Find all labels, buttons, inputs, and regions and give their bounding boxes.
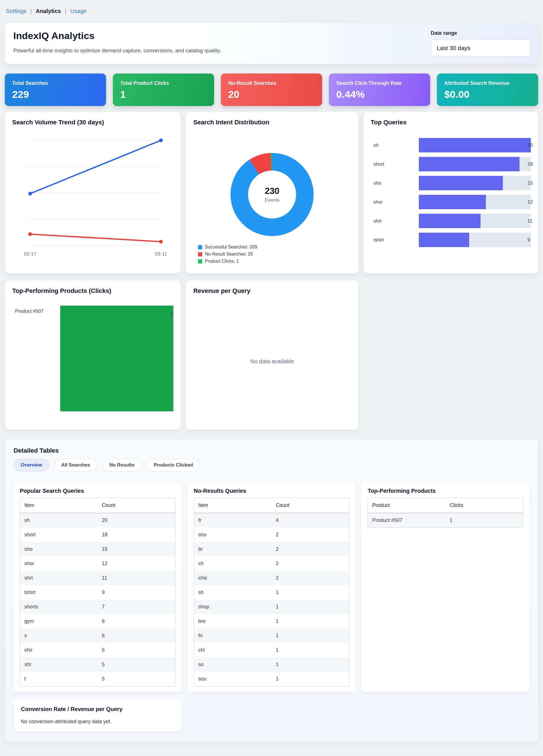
page-header: IndexIQ Analytics Powerful all-time insi…	[5, 23, 538, 64]
detailed-tables-section: Detailed Tables OverviewAll SearchesNo R…	[5, 439, 538, 742]
charts-row-1: Search Volume Trend (30 days) 02-1703-11…	[5, 112, 538, 273]
table-header: ItemCount	[20, 498, 175, 513]
table-cell: t	[20, 672, 98, 686]
table-cell: br	[194, 542, 272, 556]
bar-value-label: 9	[527, 237, 530, 243]
header-text: IndexIQ Analytics Powerful all-time insi…	[13, 30, 221, 54]
page-subtitle: Powerful all-time insights to optimize d…	[13, 47, 221, 54]
column-header: Clicks	[445, 498, 523, 513]
card-search-volume-trend: Search Volume Trend (30 days) 02-1703-11	[5, 112, 181, 273]
table-row: shop1	[194, 600, 349, 614]
bar-track: 11	[419, 214, 531, 228]
trend-point	[159, 240, 163, 243]
table-header: ItemCount	[194, 498, 349, 513]
intent-donut-chart: 230 Events	[230, 153, 314, 236]
kpi-value: $0.00	[444, 89, 531, 100]
table-cell: tshirt	[20, 585, 98, 600]
table-cell: ch	[194, 556, 272, 571]
table-title: Popular Search Queries	[20, 488, 175, 494]
table-cell: sho	[20, 542, 98, 556]
table-cell: short	[20, 528, 98, 542]
table-cell: 7	[98, 600, 175, 614]
bar-category-label: shor	[371, 199, 419, 205]
table-cell: shop	[194, 600, 272, 614]
chart-title-top-queries: Top Queries	[371, 119, 531, 126]
table-row: sh20	[20, 513, 175, 528]
bar-row: Product #5071	[12, 306, 173, 411]
top-queries-bar-chart: sh20short18sho15shor12shrt11tshirt9	[371, 138, 531, 247]
table-row: ch2	[194, 556, 349, 571]
table-row: so1	[194, 657, 349, 672]
conversion-title: Conversion Rate / Revenue per Query	[21, 706, 174, 712]
table-card-popular-search-queries: Popular Search QueriesItemCountsh20short…	[14, 482, 181, 692]
bar-fill	[419, 138, 531, 152]
column-header: Count	[272, 498, 349, 513]
table-cell: 1	[272, 628, 349, 643]
donut-center: 230 Events	[248, 170, 296, 219]
bar-row: shrt11	[371, 214, 531, 228]
card-product-clicks: Top-Performing Products (Clicks) Product…	[5, 280, 181, 430]
table-cell: sou	[194, 672, 272, 686]
kpi-value: 1	[120, 89, 207, 100]
table-cell: shrt	[20, 571, 98, 585]
table-card-top-performing-products: Top-Performing ProductsProductClicksProd…	[362, 482, 529, 692]
kpi-card-1: Total Product Clicks1	[113, 74, 214, 106]
column-header: Count	[98, 498, 175, 513]
bar-row: short18	[371, 157, 531, 171]
table-row: chi1	[194, 643, 349, 657]
table-row: bre1	[194, 614, 349, 628]
chart-title-intent-distribution: Search Intent Distribution	[193, 119, 351, 126]
table-row: chic2	[194, 571, 349, 585]
date-range-label: Date range	[431, 30, 530, 36]
bar-category-label: sho	[371, 180, 419, 186]
legend-swatch-icon	[198, 245, 202, 249]
tab-products-clicked[interactable]: Products Clicked	[146, 459, 200, 471]
nav-separator: |	[65, 8, 66, 14]
detailed-tables-tabs: OverviewAll SearchesNo ResultsProducts C…	[14, 459, 529, 471]
nav-usage[interactable]: Usage	[70, 8, 87, 14]
card-top-queries: Top Queries sh20short18sho15shor12shrt11…	[364, 112, 538, 273]
table-row: s6	[20, 628, 175, 643]
trend-point	[28, 232, 32, 236]
nav-analytics[interactable]: Analytics	[36, 8, 61, 14]
table-cell: 1	[272, 585, 349, 600]
chart-title-search-volume: Search Volume Trend (30 days)	[12, 119, 173, 126]
bar-row: sh20	[371, 138, 531, 152]
table-cell: so	[194, 657, 272, 672]
tab-all-searches[interactable]: All Searches	[54, 459, 97, 471]
table-cell: 6	[98, 628, 175, 643]
kpi-value: 20	[228, 89, 315, 100]
table-row: short18	[20, 528, 175, 542]
date-range-select[interactable]: Last 30 days	[431, 40, 530, 57]
column-header: Item	[194, 498, 272, 513]
legend-item: No-Result Searches: 20	[198, 252, 351, 257]
date-range-block: Date range Last 30 days	[431, 30, 530, 57]
table-row: fr4	[194, 513, 349, 528]
tab-overview[interactable]: Overview	[14, 459, 49, 471]
x-axis-label: 02-17	[24, 251, 36, 257]
column-header: Item	[20, 498, 98, 513]
kpi-label: Attributed Search Revenue	[444, 80, 531, 86]
nav-settings[interactable]: Settings	[6, 8, 26, 14]
kpi-card-4: Attributed Search Revenue$0.00	[437, 74, 538, 106]
bar-track: 1	[60, 306, 173, 411]
data-table-no-results-queries: ItemCountfr4sho2br2ch2chic2sh1shop1bre1f…	[194, 498, 349, 686]
kpi-label: Total Product Clicks	[120, 80, 207, 86]
kpi-card-3: Search Click-Through Rate0.44%	[329, 74, 430, 106]
kpi-row: Total Searches229Total Product Clicks1No…	[5, 74, 538, 106]
analytics-page: Settings | Analytics | Usage IndexIQ Ana…	[0, 0, 543, 750]
table-card-no-results-queries: No-Results QueriesItemCountfr4sho2br2ch2…	[187, 482, 356, 692]
table-row: br2	[194, 542, 349, 556]
table-cell: 2	[272, 571, 349, 585]
legend-swatch-icon	[198, 252, 202, 256]
table-cell: 5	[98, 672, 175, 686]
table-cell: shorts	[20, 600, 98, 614]
trend-point	[28, 192, 32, 195]
table-cell: 12	[98, 556, 175, 571]
bar-value-label: 15	[527, 180, 533, 186]
conversion-card: Conversion Rate / Revenue per QueryNo co…	[14, 699, 181, 731]
table-cell: 2	[272, 556, 349, 571]
bar-fill	[419, 214, 481, 228]
tab-no-results[interactable]: No Results	[102, 459, 142, 471]
legend-swatch-icon	[198, 259, 202, 263]
